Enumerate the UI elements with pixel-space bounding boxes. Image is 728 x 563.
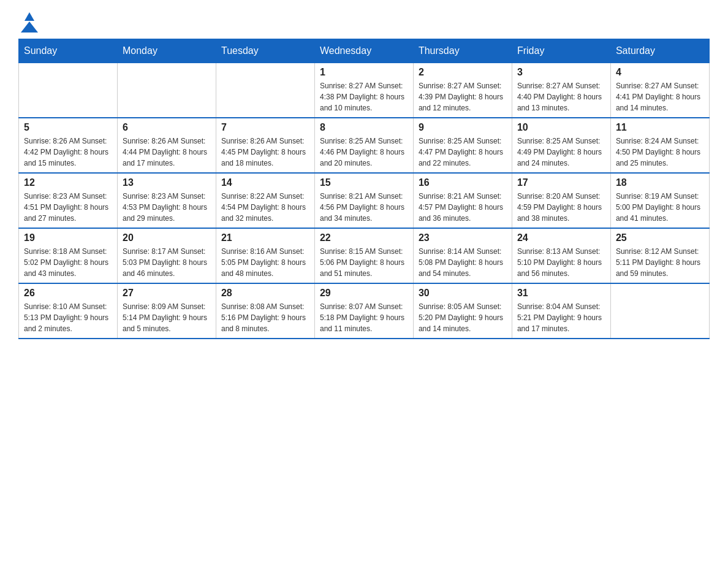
calendar-cell: 1Sunrise: 8:27 AM Sunset: 4:38 PM Daylig… <box>314 63 413 118</box>
day-info: Sunrise: 8:12 AM Sunset: 5:11 PM Dayligh… <box>616 246 704 279</box>
day-info: Sunrise: 8:09 AM Sunset: 5:14 PM Dayligh… <box>123 301 211 334</box>
calendar-cell: 7Sunrise: 8:26 AM Sunset: 4:45 PM Daylig… <box>216 118 314 173</box>
day-info: Sunrise: 8:20 AM Sunset: 4:59 PM Dayligh… <box>517 191 605 224</box>
day-info: Sunrise: 8:05 AM Sunset: 5:20 PM Dayligh… <box>419 301 507 334</box>
day-info: Sunrise: 8:26 AM Sunset: 4:42 PM Dayligh… <box>24 136 112 169</box>
calendar-cell: 20Sunrise: 8:17 AM Sunset: 5:03 PM Dayli… <box>117 228 216 283</box>
day-number: 9 <box>419 122 507 133</box>
calendar-cell: 21Sunrise: 8:16 AM Sunset: 5:05 PM Dayli… <box>216 228 314 283</box>
day-number: 21 <box>221 232 309 243</box>
day-info: Sunrise: 8:10 AM Sunset: 5:13 PM Dayligh… <box>24 301 112 334</box>
day-info: Sunrise: 8:27 AM Sunset: 4:40 PM Dayligh… <box>517 80 605 113</box>
day-info: Sunrise: 8:27 AM Sunset: 4:41 PM Dayligh… <box>616 80 704 113</box>
calendar-cell <box>216 63 314 118</box>
calendar-cell: 29Sunrise: 8:07 AM Sunset: 5:18 PM Dayli… <box>314 283 413 339</box>
day-number: 8 <box>320 122 408 133</box>
day-number: 23 <box>419 232 507 243</box>
calendar-cell: 24Sunrise: 8:13 AM Sunset: 5:10 PM Dayli… <box>512 228 610 283</box>
day-info: Sunrise: 8:25 AM Sunset: 4:46 PM Dayligh… <box>320 136 408 169</box>
calendar-cell: 14Sunrise: 8:22 AM Sunset: 4:54 PM Dayli… <box>216 173 314 228</box>
logo-triangle-top <box>25 12 34 21</box>
day-number: 30 <box>419 288 507 299</box>
calendar-cell: 31Sunrise: 8:04 AM Sunset: 5:21 PM Dayli… <box>512 283 610 339</box>
day-number: 22 <box>320 232 408 243</box>
calendar-cell: 12Sunrise: 8:23 AM Sunset: 4:51 PM Dayli… <box>19 173 118 228</box>
calendar-cell: 15Sunrise: 8:21 AM Sunset: 4:56 PM Dayli… <box>314 173 413 228</box>
day-info: Sunrise: 8:13 AM Sunset: 5:10 PM Dayligh… <box>517 246 605 279</box>
col-monday: Monday <box>117 39 216 63</box>
day-info: Sunrise: 8:24 AM Sunset: 4:50 PM Dayligh… <box>616 136 704 169</box>
calendar-cell <box>19 63 118 118</box>
calendar-body: 1Sunrise: 8:27 AM Sunset: 4:38 PM Daylig… <box>19 63 710 339</box>
day-number: 4 <box>616 67 704 78</box>
calendar-cell <box>117 63 216 118</box>
calendar-cell: 30Sunrise: 8:05 AM Sunset: 5:20 PM Dayli… <box>413 283 512 339</box>
calendar-cell: 10Sunrise: 8:25 AM Sunset: 4:49 PM Dayli… <box>512 118 610 173</box>
day-info: Sunrise: 8:25 AM Sunset: 4:49 PM Dayligh… <box>517 136 605 169</box>
calendar-cell: 13Sunrise: 8:23 AM Sunset: 4:53 PM Dayli… <box>117 173 216 228</box>
day-info: Sunrise: 8:18 AM Sunset: 5:02 PM Dayligh… <box>24 246 112 279</box>
day-info: Sunrise: 8:21 AM Sunset: 4:57 PM Dayligh… <box>419 191 507 224</box>
col-saturday: Saturday <box>610 39 709 63</box>
day-number: 19 <box>24 232 112 243</box>
day-number: 28 <box>221 288 309 299</box>
day-info: Sunrise: 8:23 AM Sunset: 4:53 PM Dayligh… <box>123 191 211 224</box>
calendar-cell: 17Sunrise: 8:20 AM Sunset: 4:59 PM Dayli… <box>512 173 610 228</box>
logo <box>18 12 38 33</box>
calendar-cell <box>610 283 709 339</box>
day-number: 24 <box>517 232 605 243</box>
col-sunday: Sunday <box>19 39 118 63</box>
day-info: Sunrise: 8:17 AM Sunset: 5:03 PM Dayligh… <box>123 246 211 279</box>
calendar-cell: 2Sunrise: 8:27 AM Sunset: 4:39 PM Daylig… <box>413 63 512 118</box>
calendar-cell: 18Sunrise: 8:19 AM Sunset: 5:00 PM Dayli… <box>610 173 709 228</box>
calendar-cell: 11Sunrise: 8:24 AM Sunset: 4:50 PM Dayli… <box>610 118 709 173</box>
day-info: Sunrise: 8:21 AM Sunset: 4:56 PM Dayligh… <box>320 191 408 224</box>
col-wednesday: Wednesday <box>314 39 413 63</box>
logo-triangle-bottom <box>21 21 38 33</box>
day-number: 12 <box>24 177 112 188</box>
calendar-cell: 3Sunrise: 8:27 AM Sunset: 4:40 PM Daylig… <box>512 63 610 118</box>
day-info: Sunrise: 8:14 AM Sunset: 5:08 PM Dayligh… <box>419 246 507 279</box>
day-info: Sunrise: 8:04 AM Sunset: 5:21 PM Dayligh… <box>517 301 605 334</box>
calendar-week-row: 26Sunrise: 8:10 AM Sunset: 5:13 PM Dayli… <box>19 283 710 339</box>
day-number: 15 <box>320 177 408 188</box>
day-number: 7 <box>221 122 309 133</box>
day-info: Sunrise: 8:16 AM Sunset: 5:05 PM Dayligh… <box>221 246 309 279</box>
day-number: 29 <box>320 288 408 299</box>
calendar-cell: 28Sunrise: 8:08 AM Sunset: 5:16 PM Dayli… <box>216 283 314 339</box>
day-number: 2 <box>419 67 507 78</box>
day-number: 11 <box>616 122 704 133</box>
col-friday: Friday <box>512 39 610 63</box>
calendar-cell: 9Sunrise: 8:25 AM Sunset: 4:47 PM Daylig… <box>413 118 512 173</box>
day-info: Sunrise: 8:27 AM Sunset: 4:38 PM Dayligh… <box>320 80 408 113</box>
day-info: Sunrise: 8:19 AM Sunset: 5:00 PM Dayligh… <box>616 191 704 224</box>
day-number: 16 <box>419 177 507 188</box>
day-info: Sunrise: 8:23 AM Sunset: 4:51 PM Dayligh… <box>24 191 112 224</box>
calendar-table: Sunday Monday Tuesday Wednesday Thursday… <box>18 39 710 339</box>
day-number: 25 <box>616 232 704 243</box>
calendar-week-row: 1Sunrise: 8:27 AM Sunset: 4:38 PM Daylig… <box>19 63 710 118</box>
calendar-cell: 27Sunrise: 8:09 AM Sunset: 5:14 PM Dayli… <box>117 283 216 339</box>
day-info: Sunrise: 8:08 AM Sunset: 5:16 PM Dayligh… <box>221 301 309 334</box>
day-number: 17 <box>517 177 605 188</box>
day-number: 31 <box>517 288 605 299</box>
calendar-cell: 8Sunrise: 8:25 AM Sunset: 4:46 PM Daylig… <box>314 118 413 173</box>
col-tuesday: Tuesday <box>216 39 314 63</box>
day-number: 13 <box>123 177 211 188</box>
day-info: Sunrise: 8:27 AM Sunset: 4:39 PM Dayligh… <box>419 80 507 113</box>
calendar-cell: 5Sunrise: 8:26 AM Sunset: 4:42 PM Daylig… <box>19 118 118 173</box>
calendar-week-row: 5Sunrise: 8:26 AM Sunset: 4:42 PM Daylig… <box>19 118 710 173</box>
day-info: Sunrise: 8:26 AM Sunset: 4:45 PM Dayligh… <box>221 136 309 169</box>
day-info: Sunrise: 8:25 AM Sunset: 4:47 PM Dayligh… <box>419 136 507 169</box>
calendar-cell: 6Sunrise: 8:26 AM Sunset: 4:44 PM Daylig… <box>117 118 216 173</box>
day-info: Sunrise: 8:15 AM Sunset: 5:06 PM Dayligh… <box>320 246 408 279</box>
day-number: 20 <box>123 232 211 243</box>
calendar-cell: 25Sunrise: 8:12 AM Sunset: 5:11 PM Dayli… <box>610 228 709 283</box>
day-number: 5 <box>24 122 112 133</box>
calendar-cell: 4Sunrise: 8:27 AM Sunset: 4:41 PM Daylig… <box>610 63 709 118</box>
day-number: 18 <box>616 177 704 188</box>
day-number: 6 <box>123 122 211 133</box>
calendar-cell: 22Sunrise: 8:15 AM Sunset: 5:06 PM Dayli… <box>314 228 413 283</box>
day-number: 14 <box>221 177 309 188</box>
header-row: Sunday Monday Tuesday Wednesday Thursday… <box>19 39 710 63</box>
